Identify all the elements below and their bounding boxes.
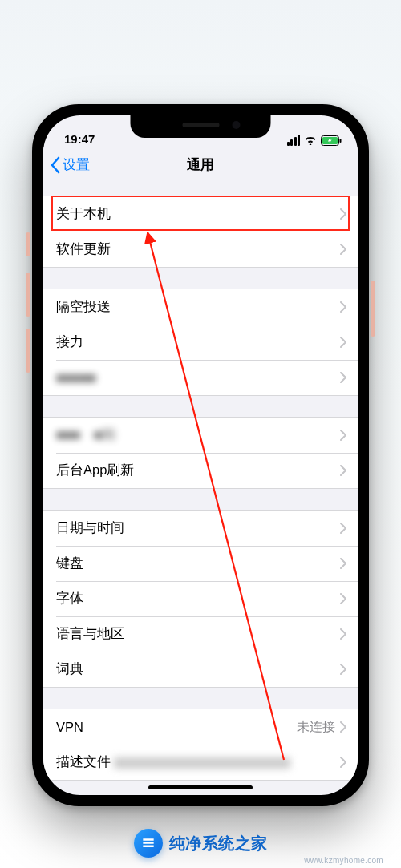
cell-label: 语言与地区 <box>56 625 340 643</box>
phone-frame: 19:47 设置 通用 <box>32 104 369 806</box>
cell-fonts[interactable]: 字体 <box>43 581 358 616</box>
cell-blurred-2[interactable]: ■■■ ■间 <box>43 418 358 453</box>
group-storage: ■■■ ■间 后台App刷新 <box>43 417 358 489</box>
battery-icon <box>321 135 342 146</box>
cell-label: 键盘 <box>56 555 340 572</box>
cell-dictionary[interactable]: 词典 <box>43 652 358 687</box>
screen: 19:47 设置 通用 <box>43 115 358 795</box>
cell-label: 软件更新 <box>56 240 340 258</box>
chevron-right-icon <box>340 430 346 441</box>
notch <box>131 115 271 138</box>
side-button-vol-up <box>26 273 30 317</box>
chevron-right-icon <box>340 664 346 675</box>
chevron-right-icon <box>340 301 346 313</box>
cell-language-region[interactable]: 语言与地区 <box>43 616 358 652</box>
cell-label: VPN <box>56 720 297 735</box>
status-right <box>286 135 342 146</box>
watermark-url: www.kzmyhome.com <box>304 856 383 865</box>
canvas: 19:47 设置 通用 <box>0 0 401 868</box>
cell-label: 接力 <box>56 333 340 351</box>
cell-profiles[interactable]: 描述文件 <box>43 745 358 780</box>
status-time: 19:47 <box>64 132 95 146</box>
cell-date-time[interactable]: 日期与时间 <box>43 511 358 546</box>
home-indicator <box>148 785 253 789</box>
cell-label: 描述文件 <box>56 753 340 771</box>
cell-blurred-1[interactable]: ■■■■■ <box>43 360 358 395</box>
chevron-right-icon <box>340 244 346 255</box>
chevron-right-icon <box>340 721 346 733</box>
chevron-right-icon <box>340 208 346 220</box>
speaker <box>182 123 219 127</box>
cell-software-update[interactable]: 软件更新 <box>43 232 358 267</box>
cell-label: 日期与时间 <box>56 519 340 537</box>
chevron-right-icon <box>340 523 346 534</box>
svg-rect-2 <box>340 139 342 143</box>
group-airdrop: 隔空投送 接力 ■■■■■ <box>43 289 358 396</box>
cell-label: 隔空投送 <box>56 298 340 316</box>
chevron-right-icon <box>340 465 346 476</box>
chevron-right-icon <box>340 628 346 640</box>
chevron-right-icon <box>340 593 346 604</box>
cell-handoff[interactable]: 接力 <box>43 325 358 360</box>
cell-label: 字体 <box>56 590 340 608</box>
cell-keyboard[interactable]: 键盘 <box>43 546 358 581</box>
chevron-right-icon <box>340 337 346 348</box>
cell-airdrop[interactable]: 隔空投送 <box>43 289 358 325</box>
cell-label: ■■■ ■间 <box>56 426 340 444</box>
cell-label: 词典 <box>56 660 340 678</box>
cell-value: 未连接 <box>297 719 335 736</box>
group-about: 关于本机 软件更新 <box>43 196 358 268</box>
watermark-text: 纯净系统之家 <box>169 833 268 854</box>
settings-content[interactable]: 关于本机 软件更新 隔空投送 接力 <box>43 183 358 795</box>
nav-bar: 设置 通用 <box>43 147 358 183</box>
cell-label: 关于本机 <box>56 205 340 223</box>
cell-bg-refresh[interactable]: 后台App刷新 <box>43 453 358 488</box>
cell-about[interactable]: 关于本机 <box>43 196 358 232</box>
wifi-icon <box>304 135 317 145</box>
cell-label: 后台App刷新 <box>56 462 340 479</box>
group-datetime: 日期与时间 键盘 字体 语言与地区 <box>43 510 358 688</box>
side-button-power <box>371 281 375 337</box>
annotation-arrow <box>43 183 358 795</box>
chevron-right-icon <box>340 558 346 569</box>
cellular-signal-icon <box>286 135 300 146</box>
back-label: 设置 <box>63 155 90 174</box>
chevron-right-icon <box>340 757 346 768</box>
page-title: 通用 <box>187 155 214 174</box>
front-camera <box>233 121 241 129</box>
side-button-vol-down <box>26 329 30 373</box>
chevron-left-icon <box>50 156 61 174</box>
side-button-mute <box>26 232 30 256</box>
watermark-logo-icon <box>134 829 163 858</box>
chevron-right-icon <box>340 372 346 383</box>
watermark: 纯净系统之家 www.kzmyhome.com <box>0 818 401 868</box>
cell-vpn[interactable]: VPN 未连接 <box>43 709 358 745</box>
back-button[interactable]: 设置 <box>50 147 90 182</box>
cell-label: ■■■■■ <box>56 370 340 386</box>
group-vpn: VPN 未连接 描述文件 <box>43 709 358 781</box>
